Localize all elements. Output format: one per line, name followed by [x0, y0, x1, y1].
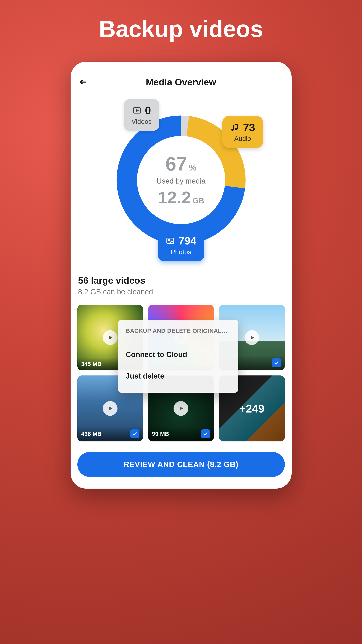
- section-title: 56 large videos: [78, 275, 284, 286]
- play-icon: [103, 401, 117, 416]
- play-icon: [103, 330, 117, 345]
- video-icon: [132, 106, 142, 115]
- audio-label: Audio: [234, 135, 251, 142]
- popup-just-delete[interactable]: Just delete: [126, 365, 231, 387]
- back-button[interactable]: [77, 76, 89, 88]
- popup-title: BACKUP AND DELETE ORIGINAL…: [126, 328, 231, 334]
- svg-point-5: [168, 239, 170, 241]
- photos-label: Photos: [171, 248, 191, 256]
- media-donut-chart: 67 % Used by media 12.2 GB 0 Videos: [102, 100, 261, 260]
- thumb-checkbox[interactable]: [201, 430, 210, 438]
- photo-icon: [166, 236, 175, 246]
- section-subtitle: 8.2 GB can be cleaned: [78, 288, 284, 296]
- badge-audio[interactable]: 73 Audio: [222, 116, 263, 148]
- thumb-size: 345 MB: [81, 361, 102, 367]
- app-header: Media Overview: [77, 75, 285, 89]
- arrow-left-icon: [79, 78, 87, 86]
- phone-frame: Media Overview 67 % Used by media 12.2 G…: [71, 62, 292, 488]
- used-size: 12.2: [158, 188, 191, 208]
- videos-count: 0: [145, 104, 151, 116]
- play-icon: [174, 401, 188, 416]
- action-popup: BACKUP AND DELETE ORIGINAL… Connect to C…: [118, 320, 238, 393]
- badge-videos[interactable]: 0 Videos: [124, 99, 159, 131]
- page-title: Media Overview: [77, 77, 285, 88]
- promo-title: Backup videos: [99, 16, 263, 42]
- section-header: 56 large videos 8.2 GB can be cleaned: [77, 275, 285, 296]
- videos-label: Videos: [132, 118, 152, 125]
- thumb-size: 99 MB: [152, 430, 169, 437]
- thumb-checkbox[interactable]: [130, 430, 139, 438]
- thumb-checkbox[interactable]: [272, 358, 281, 367]
- popup-connect-cloud[interactable]: Connect to Cloud: [126, 344, 231, 365]
- video-grid: 345 MB 438 MB 99 MB: [77, 305, 285, 442]
- play-icon: [245, 330, 259, 345]
- badge-photos[interactable]: 794 Photos: [158, 229, 204, 261]
- percent-unit: %: [189, 163, 197, 172]
- donut-center: 67 % Used by media 12.2 GB: [156, 153, 206, 208]
- thumb-size: 438 MB: [81, 430, 102, 437]
- audio-count: 73: [243, 121, 255, 134]
- music-icon: [230, 123, 239, 132]
- photos-count: 794: [178, 234, 196, 247]
- review-clean-button[interactable]: REVIEW AND CLEAN (8.2 GB): [77, 452, 285, 477]
- used-label: Used by media: [156, 177, 206, 185]
- used-size-unit: GB: [193, 196, 204, 205]
- used-percent: 67: [165, 153, 187, 175]
